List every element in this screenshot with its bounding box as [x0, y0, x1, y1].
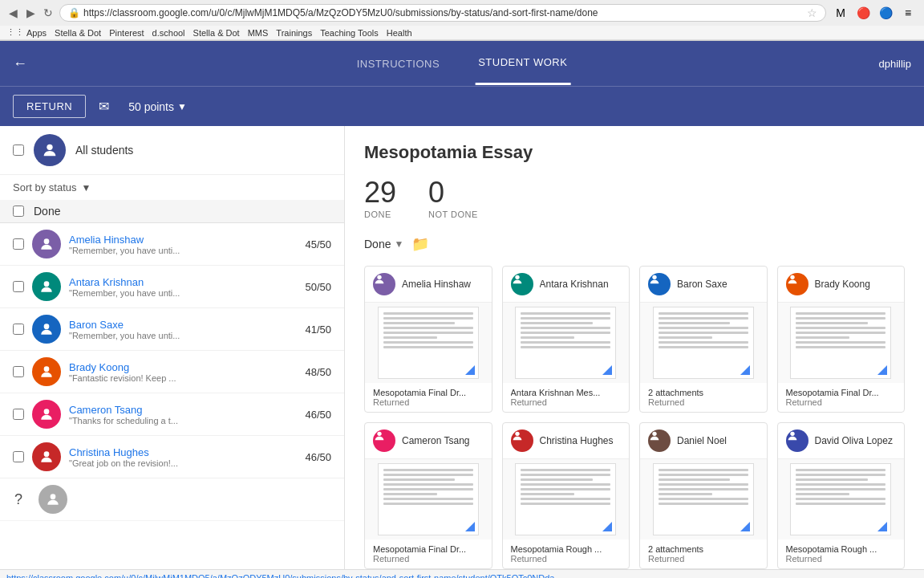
all-students-label: All students — [75, 144, 133, 157]
bookmarks-bar: ⋮⋮ Apps Stella & Dot Pinterest d.school … — [0, 26, 924, 40]
card-avatar-0 — [373, 273, 395, 295]
bookmark-teaching-tools[interactable]: Teaching Tools — [320, 28, 379, 38]
filter-label: Done — [364, 238, 391, 250]
points-selector[interactable]: 50 points ▼ — [128, 100, 187, 113]
sort-dropdown-arrow[interactable]: ▼ — [81, 182, 91, 193]
svg-point-1 — [44, 238, 50, 244]
student-name-4[interactable]: Cameron Tsang — [69, 404, 297, 416]
svg-point-12 — [377, 432, 381, 436]
card-footer-6: 2 attachments Returned — [640, 539, 767, 568]
student-name-2[interactable]: Baron Saxe — [69, 319, 297, 331]
card-name-0: Amelia Hinshaw — [402, 279, 471, 290]
student-avatar-5 — [32, 442, 61, 471]
student-checkbox-5[interactable] — [13, 451, 24, 462]
folder-icon[interactable]: 📁 — [411, 235, 429, 253]
not-done-label: NOT DONE — [428, 210, 478, 219]
svg-point-14 — [652, 432, 656, 436]
student-name-0[interactable]: Amelia Hinshaw — [69, 234, 297, 246]
card-file-name-2: 2 attachments — [648, 388, 759, 397]
card-status-5: Returned — [511, 554, 622, 564]
bookmark-star-icon[interactable]: ☆ — [807, 6, 817, 19]
student-name-5[interactable]: Christina Hughes — [69, 446, 297, 458]
return-button[interactable]: RETURN — [13, 95, 86, 118]
student-checkbox-0[interactable] — [13, 238, 24, 250]
back-to-classroom-button[interactable]: ← — [13, 55, 27, 72]
card-header-5: Christina Hughes — [503, 423, 630, 459]
done-section-checkbox[interactable] — [13, 206, 24, 217]
card-header-3: Brady Koong — [778, 267, 905, 303]
student-row[interactable]: Cameron Tsang "Thanks for scheduling a t… — [0, 393, 344, 436]
extension-icon-2[interactable]: 🔵 — [876, 3, 895, 22]
gmail-icon[interactable]: M — [831, 3, 850, 22]
bookmark-stella-dot-2[interactable]: Stella & Dot — [193, 28, 240, 38]
card-status-1: Returned — [511, 397, 622, 407]
bookmark-pinterest[interactable]: Pinterest — [109, 28, 144, 38]
email-button[interactable]: ✉ — [99, 99, 109, 114]
student-row[interactable]: Antara Krishnan "Remember, you have unti… — [0, 266, 344, 308]
card-avatar-1 — [511, 273, 533, 295]
bookmark-trainings[interactable]: Trainings — [276, 28, 312, 38]
svg-point-3 — [44, 324, 50, 329]
card-name-7: David Oliva Lopez — [815, 435, 893, 446]
forward-button[interactable]: ▶ — [24, 6, 37, 19]
card-header-1: Antara Krishnan — [503, 267, 630, 303]
student-card-7[interactable]: David Oliva Lopez Mesopotamia Rough ... … — [777, 422, 906, 569]
card-header-0: Amelia Hinshaw — [365, 267, 492, 303]
svg-point-6 — [44, 451, 50, 457]
all-students-row[interactable]: All students — [0, 126, 344, 175]
student-row[interactable]: Amelia Hinshaw "Remember, you have unti.… — [0, 223, 344, 266]
student-card-5[interactable]: Christina Hughes Mesopotamia Rough ... R… — [502, 422, 630, 569]
bookmark-stella-dot-1[interactable]: Stella & Dot — [55, 28, 101, 38]
student-checkbox-2[interactable] — [13, 324, 24, 335]
app-bar: ← INSTRUCTIONS STUDENT WORK dphillip — [0, 41, 924, 86]
bookmark-apps[interactable]: ⋮⋮ Apps — [6, 27, 47, 38]
done-section-header: Done — [0, 200, 344, 223]
all-students-checkbox[interactable] — [13, 144, 24, 156]
student-avatar-0 — [32, 230, 61, 258]
student-checkbox-3[interactable] — [13, 366, 24, 377]
svg-point-10 — [652, 275, 656, 279]
student-row[interactable]: Brady Koong "Fantastic revision! Keep ..… — [0, 351, 344, 393]
student-card-6[interactable]: Daniel Noel 2 attachments Returned — [639, 422, 768, 569]
student-comment-5: "Great job on the revision!... — [69, 458, 297, 468]
extension-icon-1[interactable]: 🔴 — [853, 3, 873, 22]
filter-dropdown-arrow: ▼ — [394, 238, 403, 250]
left-panel: All students Sort by status ▼ Done Ameli… — [0, 126, 345, 569]
svg-point-5 — [44, 409, 50, 414]
menu-icon[interactable]: ≡ — [898, 3, 918, 22]
student-card-0[interactable]: Amelia Hinshaw Mesopotamia Final Dr... R… — [364, 266, 492, 413]
student-score-3: 48/50 — [305, 366, 331, 378]
bookmark-health[interactable]: Health — [387, 28, 412, 38]
more-students-row[interactable]: ? — [0, 478, 344, 521]
done-label: DONE — [364, 210, 396, 219]
student-work-tab[interactable]: STUDENT WORK — [475, 42, 570, 85]
student-info-3: Brady Koong "Fantastic revision! Keep ..… — [69, 361, 297, 383]
student-name-1[interactable]: Antara Krishnan — [69, 276, 297, 288]
card-name-1: Antara Krishnan — [540, 279, 609, 290]
instructions-tab[interactable]: INSTRUCTIONS — [354, 43, 444, 84]
student-card-3[interactable]: Brady Koong Mesopotamia Final Dr... Retu… — [777, 266, 906, 413]
student-card-1[interactable]: Antara Krishnan Antara Krishnan Mes... R… — [502, 266, 630, 413]
not-done-count: 0 — [428, 176, 478, 210]
student-checkbox-1[interactable] — [13, 281, 24, 292]
student-checkbox-4[interactable] — [13, 409, 24, 420]
reload-button[interactable]: ↻ — [42, 6, 55, 19]
bookmark-dschool[interactable]: d.school — [152, 28, 185, 38]
student-row[interactable]: Baron Saxe "Remember, you have unti... 4… — [0, 308, 344, 351]
filter-select[interactable]: Done ▼ — [364, 238, 403, 250]
student-comment-2: "Remember, you have unti... — [69, 331, 297, 340]
card-footer-4: Mesopotamia Final Dr... Returned — [365, 539, 492, 568]
student-card-4[interactable]: Cameron Tsang Mesopotamia Final Dr... Re… — [364, 422, 492, 569]
right-panel: Mesopotamia Essay 29 DONE 0 NOT DONE Don… — [345, 126, 924, 569]
back-button[interactable]: ◀ — [6, 6, 19, 19]
student-card-2[interactable]: Baron Saxe 2 attachments Returned — [639, 266, 768, 413]
card-status-2: Returned — [648, 397, 759, 407]
student-row[interactable]: Christina Hughes "Great job on the revis… — [0, 436, 344, 478]
card-footer-5: Mesopotamia Rough ... Returned — [503, 539, 630, 568]
url-bar[interactable]: 🔒 https://classroom.google.com/u/0/c/Mjl… — [59, 4, 826, 22]
assignment-title: Mesopotamia Essay — [364, 142, 905, 163]
browser-toolbar: ◀ ▶ ↻ 🔒 https://classroom.google.com/u/0… — [0, 0, 924, 26]
bookmark-mms[interactable]: MMS — [248, 28, 269, 38]
student-name-3[interactable]: Brady Koong — [69, 361, 297, 373]
card-preview-5 — [503, 459, 630, 539]
